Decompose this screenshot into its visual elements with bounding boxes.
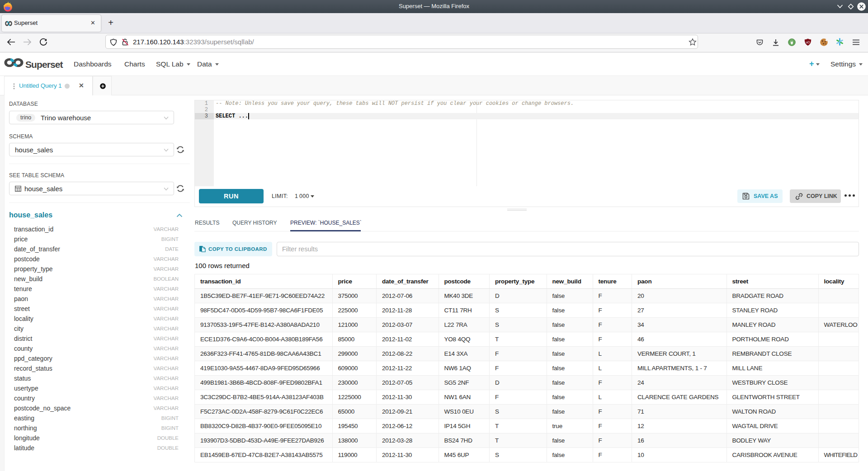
- svg-text:uO: uO: [806, 41, 810, 44]
